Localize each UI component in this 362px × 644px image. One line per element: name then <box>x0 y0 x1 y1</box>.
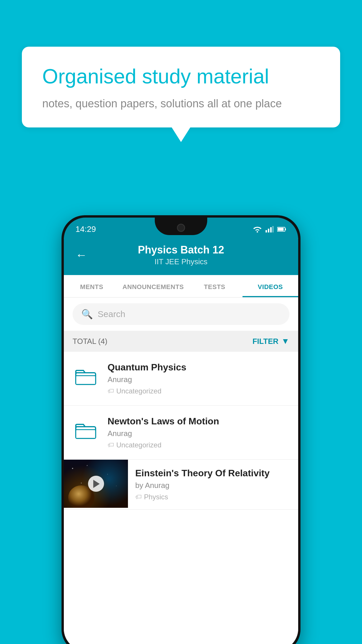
video-list-item[interactable]: Einstein's Theory Of Relativity by Anura… <box>64 460 298 510</box>
folder-icon <box>75 421 96 440</box>
tab-videos[interactable]: VIDEOS <box>242 275 298 297</box>
svg-point-12 <box>72 468 73 469</box>
svg-point-13 <box>87 465 88 466</box>
item-tag: 🏷 Uncategorized <box>108 387 289 395</box>
phone-frame: 14:29 <box>61 215 301 644</box>
header-title-group: Physics Batch 12 IIT JEE Physics <box>96 244 266 266</box>
total-count: TOTAL (4) <box>73 337 107 346</box>
tag-icon: 🏷 <box>108 441 114 449</box>
tag-label: Uncategorized <box>116 441 161 449</box>
tabs-bar: MENTS ANNOUNCEMENTS TESTS VIDEOS <box>64 275 298 298</box>
status-icons <box>253 226 287 232</box>
item-tag: 🏷 Uncategorized <box>108 441 289 449</box>
video-tag: 🏷 Physics <box>135 493 291 501</box>
phone-screen: ← Physics Batch 12 IIT JEE Physics MENTS… <box>64 238 298 644</box>
tab-ments[interactable]: MENTS <box>64 275 120 297</box>
tag-label: Uncategorized <box>116 387 161 395</box>
signal-icon <box>266 226 274 232</box>
item-title: Newton's Laws of Motion <box>108 416 289 427</box>
filter-label: FILTER <box>252 337 278 346</box>
folder-icon <box>75 368 96 386</box>
svg-rect-6 <box>285 228 286 230</box>
filter-bar: TOTAL (4) FILTER ▼ <box>64 331 298 352</box>
svg-rect-11 <box>76 430 96 438</box>
bubble-subtitle: notes, question papers, solutions all at… <box>42 97 320 110</box>
video-author: by Anurag <box>135 481 291 490</box>
svg-point-15 <box>81 483 82 484</box>
search-placeholder: Search <box>98 309 125 319</box>
tag-icon: 🏷 <box>135 493 142 501</box>
front-camera <box>177 224 185 232</box>
play-button[interactable] <box>88 476 104 492</box>
video-details: Einstein's Theory Of Relativity by Anura… <box>128 460 298 509</box>
play-triangle-icon <box>93 480 100 488</box>
tab-announcements[interactable]: ANNOUNCEMENTS <box>120 275 187 297</box>
item-author: Anurag <box>108 375 289 384</box>
folder-icon-wrap <box>73 363 99 390</box>
phone-notch <box>155 218 207 235</box>
speech-bubble-container: Organised study material notes, question… <box>22 47 340 127</box>
search-icon: 🔍 <box>81 309 93 320</box>
filter-funnel-icon: ▼ <box>281 337 289 346</box>
content-list: Quantum Physics Anurag 🏷 Uncategorized <box>64 352 298 644</box>
item-details: Newton's Laws of Motion Anurag 🏷 Uncateg… <box>108 416 289 449</box>
svg-rect-9 <box>76 376 96 384</box>
svg-rect-3 <box>270 227 272 232</box>
wifi-icon <box>253 226 262 232</box>
item-details: Quantum Physics Anurag 🏷 Uncategorized <box>108 362 289 395</box>
tag-label: Physics <box>144 493 168 501</box>
back-button[interactable]: ← <box>75 249 87 262</box>
svg-point-0 <box>257 231 258 233</box>
item-author: Anurag <box>108 429 289 438</box>
tab-tests[interactable]: TESTS <box>187 275 242 297</box>
status-time: 14:29 <box>75 225 96 234</box>
list-item[interactable]: Quantum Physics Anurag 🏷 Uncategorized <box>64 352 298 406</box>
svg-rect-7 <box>278 228 284 231</box>
svg-point-16 <box>116 486 117 486</box>
list-item[interactable]: Newton's Laws of Motion Anurag 🏷 Uncateg… <box>64 406 298 460</box>
folder-icon-wrap <box>73 417 99 444</box>
svg-point-14 <box>107 474 108 475</box>
svg-rect-2 <box>268 229 269 232</box>
header-subtitle: IIT JEE Physics <box>96 257 266 266</box>
header-title: Physics Batch 12 <box>96 244 266 256</box>
filter-button[interactable]: FILTER ▼ <box>252 337 289 346</box>
search-bar[interactable]: 🔍 Search <box>73 303 289 325</box>
battery-icon <box>277 227 287 232</box>
bubble-title: Organised study material <box>42 64 320 89</box>
item-title: Quantum Physics <box>108 362 289 373</box>
search-container: 🔍 Search <box>64 298 298 331</box>
app-header: ← Physics Batch 12 IIT JEE Physics <box>64 238 298 275</box>
tag-icon: 🏷 <box>108 387 114 395</box>
video-thumbnail <box>64 460 128 508</box>
speech-bubble: Organised study material notes, question… <box>22 47 340 127</box>
svg-rect-4 <box>272 226 274 232</box>
svg-rect-1 <box>266 230 267 232</box>
phone-inner: 14:29 <box>64 218 298 644</box>
video-title: Einstein's Theory Of Relativity <box>135 468 291 479</box>
